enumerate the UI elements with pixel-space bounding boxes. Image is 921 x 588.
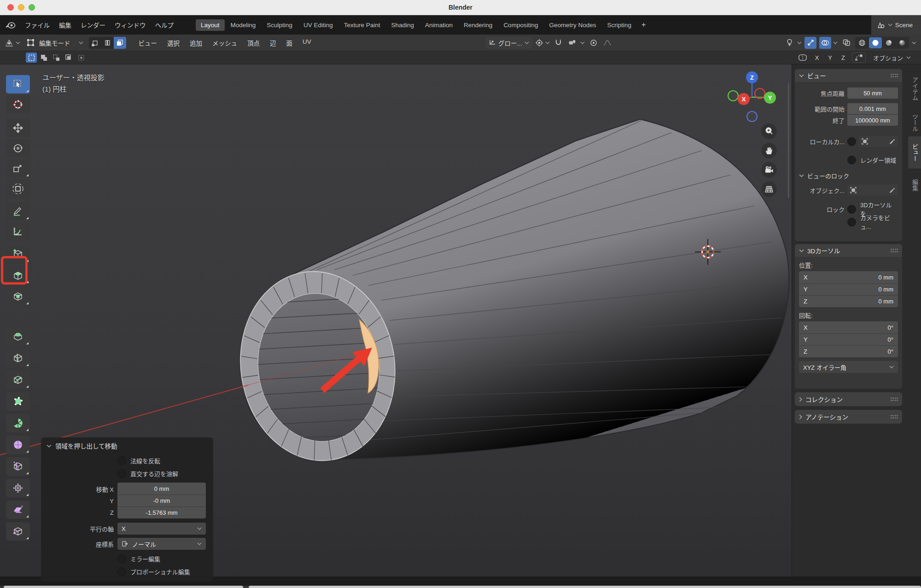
- workspace-tab-compositing[interactable]: Compositing: [498, 19, 543, 31]
- tool-shrink-fatten[interactable]: [6, 479, 30, 497]
- app-menu-ファイル[interactable]: ファイル: [20, 18, 54, 31]
- select-new-button[interactable]: [26, 52, 37, 63]
- wireframe-shading-button[interactable]: [856, 37, 869, 48]
- tool-bevel[interactable]: [6, 327, 30, 346]
- tool-add-cube[interactable]: [6, 245, 30, 263]
- material-shading-button[interactable]: [882, 37, 895, 48]
- mode-selector[interactable]: 編集モード: [27, 38, 83, 47]
- app-menu-ウィンドウ[interactable]: ウィンドウ: [110, 18, 151, 31]
- workspace-tab-texture-paint[interactable]: Texture Paint: [339, 19, 385, 31]
- focal-length-field[interactable]: 50 mm: [847, 87, 898, 99]
- proportional-editing-checkbox[interactable]: [117, 567, 126, 576]
- tool-knife[interactable]: [6, 371, 30, 389]
- app-menu-ヘルプ[interactable]: ヘルプ: [151, 18, 179, 31]
- tool-shear[interactable]: [6, 501, 30, 519]
- pan-hand-button[interactable]: [761, 143, 777, 158]
- tool-measure[interactable]: [6, 222, 30, 241]
- tool-spin[interactable]: [6, 414, 30, 432]
- show-gizmo-dropdown[interactable]: [783, 37, 802, 49]
- lock-object-field[interactable]: [847, 185, 898, 196]
- show-overlays-toggle[interactable]: [819, 37, 831, 49]
- snap-target-dropdown[interactable]: [566, 37, 578, 49]
- workspace-add-button[interactable]: +: [637, 20, 650, 30]
- workspace-tab-rendering[interactable]: Rendering: [459, 19, 497, 31]
- clip-start-field[interactable]: 0.001 mm: [847, 103, 898, 114]
- select-invert-button[interactable]: [63, 52, 74, 63]
- app-menu-レンダー[interactable]: レンダー: [76, 18, 110, 31]
- tool-move[interactable]: [6, 119, 30, 137]
- mirror-editing-checkbox[interactable]: [117, 554, 126, 563]
- pivot-point-dropdown[interactable]: [535, 39, 550, 47]
- cursor-rotation-y-field[interactable]: Y0°: [799, 333, 898, 345]
- rendered-shading-button[interactable]: [896, 37, 909, 48]
- mirror-axis-z-toggle[interactable]: Z: [837, 53, 849, 62]
- viewport-menu-追加[interactable]: 追加: [186, 36, 206, 49]
- sidebar-scrollbar[interactable]: [788, 83, 789, 198]
- tool-annotate[interactable]: [6, 202, 30, 221]
- mirror-butterfly-icon[interactable]: [797, 52, 808, 63]
- cursor-location-z-field[interactable]: Z0 mm: [799, 295, 898, 307]
- sidebar-tab-2[interactable]: ビュー: [908, 136, 921, 169]
- tool-cursor[interactable]: [6, 95, 30, 114]
- local-camera-checkbox[interactable]: [847, 137, 856, 146]
- viewport-menu-選択[interactable]: 選択: [163, 36, 184, 49]
- move-2-field[interactable]: -1.5763 mm: [117, 506, 206, 518]
- viewport-menu-ビュー[interactable]: ビュー: [134, 36, 162, 49]
- view-lock-subpanel-header[interactable]: ビューのロック: [795, 170, 902, 181]
- proportional-falloff-dropdown[interactable]: [601, 37, 613, 49]
- viewport-menu-UV[interactable]: UV: [298, 36, 315, 49]
- edge-select-button[interactable]: [101, 37, 114, 49]
- tool-rip-region[interactable]: [6, 522, 30, 541]
- mirror-axis-y-toggle[interactable]: Y: [824, 53, 836, 62]
- view-panel-header[interactable]: ビュー: [795, 69, 902, 82]
- workspace-tab-modeling[interactable]: Modeling: [226, 19, 261, 31]
- snap-magnet-toggle[interactable]: [553, 37, 565, 49]
- dissolve-edges-checkbox[interactable]: [117, 469, 126, 478]
- axis-neg-x-handle[interactable]: [728, 91, 738, 101]
- cursor-panel-header[interactable]: 3Dカーソル: [795, 244, 902, 257]
- sidebar-tab-1[interactable]: ツール: [908, 110, 921, 135]
- move-1-field[interactable]: -0 mm: [117, 495, 206, 506]
- orientation-dropdown[interactable]: ノーマル: [117, 538, 206, 550]
- blender-logo-icon[interactable]: [6, 21, 16, 29]
- cursor-location-y-field[interactable]: Y0 mm: [799, 283, 898, 295]
- zoom-button[interactable]: [761, 123, 777, 139]
- workspace-tab-animation[interactable]: Animation: [420, 19, 458, 31]
- tool-rotate[interactable]: [6, 139, 30, 157]
- select-intersect-button[interactable]: [76, 52, 87, 63]
- cursor-rotation-z-field[interactable]: Z0°: [799, 345, 898, 357]
- axis-neg-z-handle[interactable]: [747, 111, 757, 122]
- move-0-field[interactable]: 0 mm: [117, 483, 206, 495]
- tool-inset-faces[interactable]: [6, 287, 30, 306]
- drag-dots-icon[interactable]: [891, 397, 898, 401]
- camera-view-button[interactable]: [761, 162, 777, 178]
- workspace-tab-layout[interactable]: Layout: [196, 19, 225, 31]
- show-gizmos-toggle[interactable]: [804, 37, 816, 49]
- tool-loop-cut[interactable]: [6, 349, 30, 367]
- drag-dots-icon[interactable]: [891, 249, 898, 252]
- xray-toggle[interactable]: [840, 37, 852, 49]
- eyedropper-icon[interactable]: [889, 139, 895, 145]
- flip-normals-checkbox[interactable]: [117, 456, 126, 465]
- face-select-button[interactable]: [114, 37, 126, 49]
- proportional-edit-toggle[interactable]: [588, 37, 600, 49]
- axis-dropdown[interactable]: X: [117, 523, 206, 535]
- solid-shading-button[interactable]: [869, 37, 882, 48]
- render-region-checkbox[interactable]: [847, 156, 856, 164]
- vertex-select-button[interactable]: [89, 37, 101, 49]
- orthographic-toggle-button[interactable]: [761, 181, 777, 197]
- annotations-panel-header[interactable]: アノテーション: [795, 410, 902, 424]
- drag-dots-icon[interactable]: [891, 415, 898, 419]
- workspace-tab-geometry-nodes[interactable]: Geometry Nodes: [544, 19, 601, 31]
- workspace-tab-shading[interactable]: Shading: [386, 19, 419, 31]
- tool-transform[interactable]: [6, 180, 30, 198]
- scene-selector[interactable]: Scene: [871, 15, 921, 35]
- drag-dots-icon[interactable]: [891, 74, 898, 77]
- app-menu-編集[interactable]: 編集: [54, 18, 76, 31]
- axis-neg-y-handle[interactable]: [755, 88, 765, 99]
- tool-select-box[interactable]: [6, 75, 30, 93]
- tool-extrude-region[interactable]: [6, 266, 30, 285]
- tool-poly-build[interactable]: [6, 392, 30, 411]
- tool-edge-slide[interactable]: [6, 457, 30, 476]
- collections-panel-header[interactable]: コレクション: [795, 392, 902, 406]
